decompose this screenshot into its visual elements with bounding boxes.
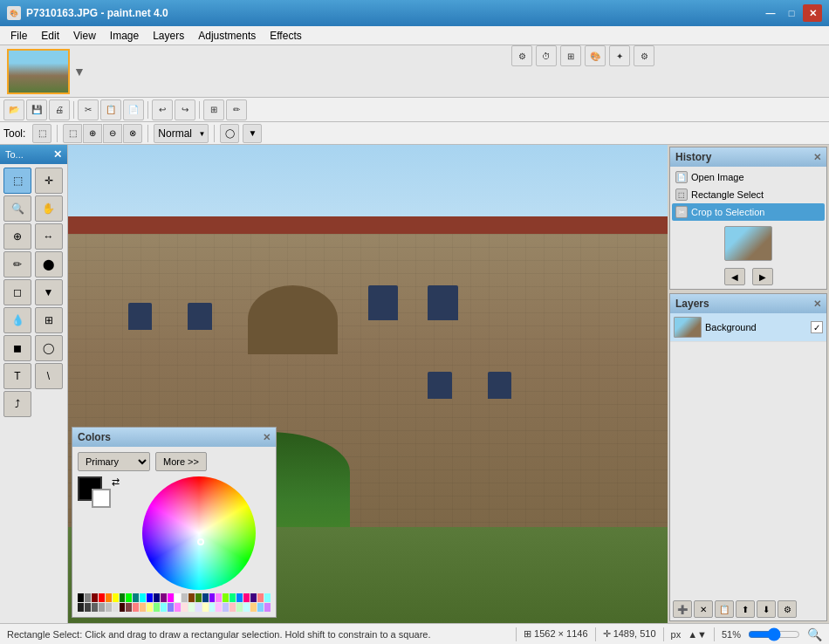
menu-layers[interactable]: Layers: [146, 28, 191, 44]
zoom-slider[interactable]: [748, 629, 800, 640]
secondary-color-swatch[interactable]: [92, 489, 111, 508]
menu-adjustments[interactable]: Adjustments: [191, 28, 263, 44]
swap-colors-icon[interactable]: ⇄: [112, 476, 120, 488]
zoom-in-icon[interactable]: 🔍: [807, 627, 822, 641]
tool-shapes[interactable]: ◯: [35, 335, 63, 361]
palette-d7[interactable]: [120, 603, 126, 612]
tool-clone-stamp[interactable]: ⊞: [35, 307, 63, 333]
history-item-open[interactable]: 📄 Open Image: [672, 168, 825, 186]
menu-edit[interactable]: Edit: [34, 28, 66, 44]
grid-view-button[interactable]: ⊞: [203, 99, 224, 120]
palette-cyan[interactable]: [140, 593, 146, 602]
tool-pencil[interactable]: ✏: [3, 251, 31, 277]
palette-orange[interactable]: [106, 593, 112, 602]
color-wheel-container[interactable]: [142, 476, 256, 590]
tool-fill[interactable]: ▼: [35, 279, 63, 305]
palette-d19[interactable]: [202, 603, 209, 612]
tool-move[interactable]: ✛: [35, 168, 63, 194]
palette-spring[interactable]: [230, 593, 236, 602]
select-subtract-btn[interactable]: ⊖: [103, 124, 122, 143]
layer-visibility-check[interactable]: ✓: [811, 321, 823, 333]
redo-button[interactable]: ↪: [175, 99, 195, 120]
palette-d18[interactable]: [195, 603, 202, 612]
tool-icon[interactable]: ⬚: [32, 124, 51, 143]
palette-blue[interactable]: [147, 593, 153, 602]
palette-icon[interactable]: 🎨: [585, 45, 606, 66]
palette-d13[interactable]: [161, 603, 167, 612]
move-layer-down-button[interactable]: ⬇: [757, 600, 776, 618]
layers-panel-close[interactable]: ✕: [813, 298, 821, 310]
palette-olive[interactable]: [195, 593, 202, 602]
tool-panel-close[interactable]: ✕: [53, 148, 62, 161]
restore-button[interactable]: □: [782, 4, 801, 22]
history-item-crop[interactable]: ✂ Crop to Selection: [672, 203, 825, 221]
palette-pink[interactable]: [216, 593, 222, 602]
image-thumbnail[interactable]: [7, 49, 70, 94]
palette-navy[interactable]: [154, 593, 160, 602]
palette-steel[interactable]: [202, 593, 209, 602]
color-wheel[interactable]: [142, 476, 256, 590]
palette-magenta[interactable]: [168, 593, 174, 602]
delete-layer-button[interactable]: ✕: [694, 600, 713, 618]
menu-effects[interactable]: Effects: [263, 28, 308, 44]
palette-d12[interactable]: [154, 603, 160, 612]
palette-d23[interactable]: [230, 603, 236, 612]
feather-btn[interactable]: ▼: [243, 124, 262, 143]
palette-d15[interactable]: [175, 603, 181, 612]
palette-black[interactable]: [78, 593, 84, 602]
palette-d20[interactable]: [209, 603, 216, 612]
palette-dark-red[interactable]: [92, 593, 98, 602]
history-back-button[interactable]: ◀: [724, 268, 745, 285]
grid-icon[interactable]: ⊞: [560, 45, 581, 66]
tool-gradient[interactable]: ◼: [3, 335, 31, 361]
palette-d28[interactable]: [264, 603, 271, 612]
palette-purple[interactable]: [161, 593, 167, 602]
tool-path[interactable]: \: [35, 363, 63, 389]
palette-violet[interactable]: [209, 593, 216, 602]
select-intersect-btn[interactable]: ⊗: [123, 124, 142, 143]
open-button[interactable]: 📂: [3, 99, 24, 120]
select-replace-btn[interactable]: ⬚: [63, 124, 82, 143]
palette-d3[interactable]: [92, 603, 98, 612]
minimize-button[interactable]: —: [761, 4, 780, 22]
palette-d11[interactable]: [147, 603, 153, 612]
palette-d1[interactable]: [78, 603, 84, 612]
tool-paintbrush[interactable]: ⬤: [35, 251, 63, 277]
palette-d2[interactable]: [85, 603, 91, 612]
palette-d25[interactable]: [243, 603, 250, 612]
palette-d4[interactable]: [99, 603, 105, 612]
tool-text[interactable]: T: [3, 363, 31, 389]
settings-icon[interactable]: ⚙: [511, 45, 532, 66]
palette-d8[interactable]: [126, 603, 132, 612]
palette-gray[interactable]: [85, 593, 91, 602]
menu-image[interactable]: Image: [103, 28, 146, 44]
tool-rectangle-select[interactable]: ⬚: [3, 168, 31, 194]
palette-rose[interactable]: [243, 593, 250, 602]
palette-d6[interactable]: [113, 603, 119, 612]
print-button[interactable]: 🖨: [49, 99, 70, 120]
duplicate-layer-button[interactable]: 📋: [715, 600, 734, 618]
palette-indigo[interactable]: [250, 593, 257, 602]
palette-d14[interactable]: [168, 603, 174, 612]
tool-recolor[interactable]: ↔: [35, 223, 63, 250]
move-layer-up-button[interactable]: ⬆: [736, 600, 755, 618]
add-layer-button[interactable]: ➕: [673, 600, 692, 618]
antialiasing-btn[interactable]: ◯: [220, 124, 239, 143]
cut-button[interactable]: ✂: [78, 99, 99, 120]
layer-background[interactable]: Background ✓: [670, 313, 826, 342]
tool-pan[interactable]: ✋: [35, 195, 63, 222]
primary-secondary-select[interactable]: Primary Secondary: [78, 452, 150, 471]
select-add-btn[interactable]: ⊕: [83, 124, 102, 143]
palette-teal[interactable]: [133, 593, 139, 602]
undo-button[interactable]: ↩: [152, 99, 173, 120]
effects2-icon[interactable]: ✦: [609, 45, 630, 66]
config-icon[interactable]: ⚙: [634, 45, 654, 66]
menu-file[interactable]: File: [3, 28, 34, 44]
palette-d17[interactable]: [188, 603, 195, 612]
colors-panel-close[interactable]: ✕: [263, 432, 271, 443]
palette-d22[interactable]: [223, 603, 229, 612]
palette-d16[interactable]: [182, 603, 188, 612]
palette-d24[interactable]: [236, 603, 243, 612]
palette-d5[interactable]: [106, 603, 112, 612]
tool-magic-wand[interactable]: ⊕: [3, 223, 31, 250]
